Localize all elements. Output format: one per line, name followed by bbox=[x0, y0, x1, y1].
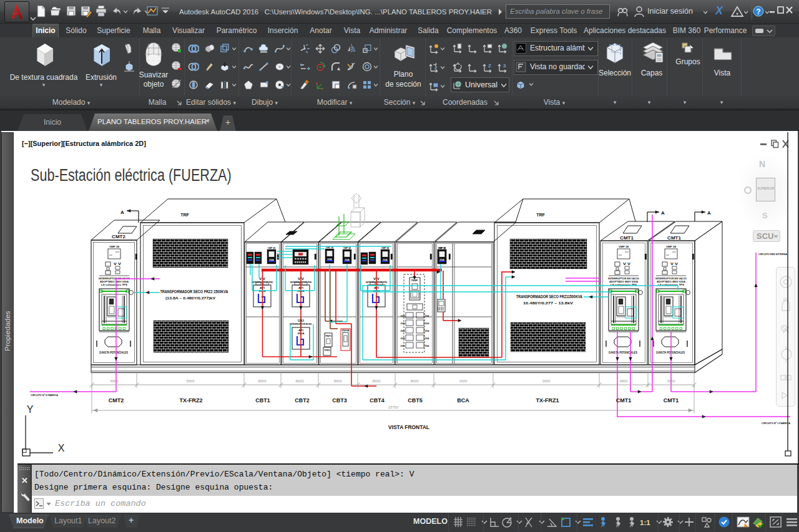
svg-text:V V: V V bbox=[623, 262, 631, 266]
svg-text:800: 800 bbox=[258, 380, 267, 383]
svg-text:TRF: TRF bbox=[536, 213, 545, 217]
svg-text:2X40A: 2X40A bbox=[425, 322, 429, 325]
svg-text:2X40A: 2X40A bbox=[401, 322, 405, 325]
svg-text:TRANSFORMADOR SECO FRZ2 1500KV: TRANSFORMADOR SECO FRZ2 1500KVA bbox=[160, 289, 228, 294]
svg-text:4000: 4000 bbox=[110, 380, 119, 383]
svg-text:VMP 38: VMP 38 bbox=[381, 247, 389, 249]
svg-text:800: 800 bbox=[296, 380, 305, 383]
svg-text:TRANSFORMADOR SECO FRZ11500KVA: TRANSFORMADOR SECO FRZ11500KVA bbox=[516, 294, 582, 299]
svg-text:A: A bbox=[661, 210, 665, 216]
svg-text:CMT1: CMT1 bbox=[667, 235, 681, 241]
svg-text:2X40A: 2X40A bbox=[425, 345, 429, 347]
svg-text:BCA: BCA bbox=[457, 397, 469, 404]
svg-text:250VA: 250VA bbox=[342, 329, 350, 332]
svg-text:V V: V V bbox=[114, 262, 122, 266]
svg-text:15750: 15750 bbox=[388, 405, 398, 409]
svg-text:CBT1: CBT1 bbox=[255, 397, 270, 404]
svg-text:5500: 5500 bbox=[187, 380, 195, 383]
svg-text:CBT5: CBT5 bbox=[408, 397, 423, 404]
svg-text:2X40A: 2X40A bbox=[425, 337, 429, 340]
svg-text:TRAFO: TRAFO bbox=[325, 335, 331, 337]
svg-text:TX-FRZ2: TX-FRZ2 bbox=[180, 397, 203, 404]
svg-text:800: 800 bbox=[411, 380, 419, 383]
svg-text:(13.8A – 0.480Y/0.277)kV: (13.8A – 0.480Y/0.277)kV bbox=[165, 296, 215, 300]
svg-text:30A: 30A bbox=[327, 258, 333, 261]
svg-text:4800: 4800 bbox=[620, 380, 629, 383]
svg-text:CMT2: CMT2 bbox=[112, 234, 125, 239]
svg-text:VISTA FRONTAL: VISTA FRONTAL bbox=[388, 423, 429, 430]
svg-text:30A: 30A bbox=[439, 259, 445, 261]
svg-text:CMT1: CMT1 bbox=[616, 397, 632, 404]
svg-text:CBT4: CBT4 bbox=[370, 397, 385, 404]
svg-text:30A: 30A bbox=[383, 259, 388, 261]
svg-text:3450: 3450 bbox=[667, 380, 676, 383]
svg-text:TX-FRZ1: TX-FRZ1 bbox=[536, 397, 559, 404]
svg-text:GAVETA POTENCIALES: GAVETA POTENCIALES bbox=[99, 351, 128, 354]
svg-text:CIRCUITO Nº S-FÁBRICA: CIRCUITO Nº S-FÁBRICA bbox=[31, 394, 58, 397]
svg-text:2X40A: 2X40A bbox=[401, 345, 405, 347]
svg-text:800: 800 bbox=[373, 380, 381, 383]
svg-text:1500: 1500 bbox=[459, 380, 468, 383]
svg-text:Y: Y bbox=[27, 404, 34, 415]
svg-text:VMP 38: VMP 38 bbox=[268, 247, 275, 249]
svg-text:CBT3: CBT3 bbox=[332, 397, 347, 404]
svg-text:CMT2: CMT2 bbox=[109, 397, 124, 404]
svg-text:2X40A: 2X40A bbox=[401, 315, 405, 317]
svg-text:2X40A: 2X40A bbox=[425, 330, 429, 332]
svg-text:30A: 30A bbox=[345, 259, 350, 261]
svg-text:10.480Y/0.277 – 13.8kV: 10.480Y/0.277 – 13.8kV bbox=[523, 301, 573, 305]
svg-text:3: 3 bbox=[503, 63, 506, 69]
svg-text:TEMP: TEMP bbox=[411, 279, 418, 282]
svg-text:CMT1: CMT1 bbox=[620, 235, 634, 241]
svg-text:LS softwarepro TPS: LS softwarepro TPS bbox=[101, 283, 127, 286]
svg-text:1:1: 1:1 bbox=[640, 519, 650, 526]
svg-text:GAVETA POTENCIALES: GAVETA POTENCIALES bbox=[609, 351, 637, 354]
svg-text:CMT1: CMT1 bbox=[664, 397, 679, 404]
svg-text:VMP 38: VMP 38 bbox=[666, 245, 677, 248]
svg-text:x: x bbox=[434, 66, 437, 70]
svg-text:CBT2: CBT2 bbox=[295, 397, 310, 404]
svg-text:Z: Z bbox=[488, 63, 491, 69]
svg-text:VMP 38: VMP 38 bbox=[619, 245, 629, 248]
svg-text:A: A bbox=[707, 210, 711, 216]
svg-text:VMP 38: VMP 38 bbox=[343, 247, 351, 249]
svg-text:3000: 3000 bbox=[542, 380, 551, 383]
svg-text:V V: V V bbox=[670, 262, 679, 266]
svg-text:2X40A: 2X40A bbox=[401, 330, 405, 332]
svg-text:900: 900 bbox=[334, 380, 343, 383]
svg-text:TRF: TRF bbox=[180, 213, 189, 217]
svg-text:2X40A: 2X40A bbox=[401, 337, 405, 340]
svg-text:GAVETA POTENCIALES: GAVETA POTENCIALES bbox=[656, 351, 685, 354]
svg-text:X: X bbox=[58, 443, 65, 453]
svg-text:CIRCUITO RED EXTERNA: CIRCUITO RED EXTERNA bbox=[758, 253, 787, 256]
svg-text:A: A bbox=[120, 210, 124, 215]
svg-text:VMP 38: VMP 38 bbox=[438, 247, 446, 249]
svg-text:CIRCUITO Nº 1-FÁBRICA: CIRCUITO Nº 1-FÁBRICA bbox=[762, 422, 790, 425]
svg-text:2X40A: 2X40A bbox=[425, 315, 429, 317]
svg-text:TPRS: TPRS bbox=[325, 349, 331, 352]
svg-text:VMP 38: VMP 38 bbox=[109, 245, 120, 248]
svg-text:?: ? bbox=[756, 7, 760, 16]
svg-text:30A: 30A bbox=[269, 259, 275, 261]
